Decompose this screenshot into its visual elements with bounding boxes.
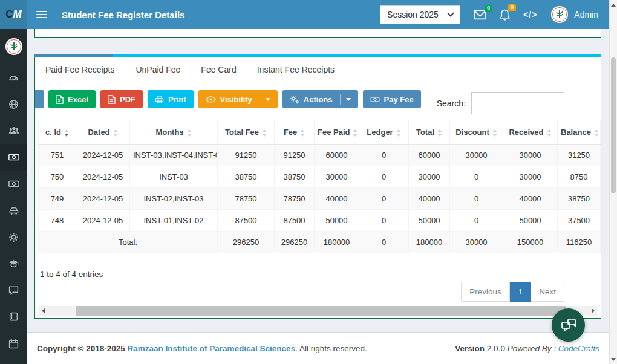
sidebar-toggle-icon[interactable]	[36, 11, 47, 18]
sidebar-item-library[interactable]	[0, 304, 27, 330]
tab-unpaid-fee[interactable]: UnPaid Fee	[125, 57, 191, 82]
sidebar-item-institute-logo[interactable]	[0, 29, 27, 64]
search-label: Search:	[437, 99, 466, 108]
pdf-button[interactable]: PDF	[100, 90, 143, 108]
tab-fee-card[interactable]: Fee Card	[191, 57, 246, 82]
sort-arrows-icon	[594, 129, 599, 137]
code-icon[interactable]: </>	[523, 10, 537, 19]
table-cell: 38750	[558, 188, 601, 210]
horizontal-scrollbar-thumb[interactable]	[76, 306, 566, 316]
table-cell: 60000	[315, 145, 359, 166]
graduation-cap-icon	[8, 259, 19, 268]
sort-arrows-icon	[262, 129, 267, 137]
scroll-right-arrow[interactable]	[589, 306, 597, 316]
sidebar-item-settings[interactable]	[0, 224, 27, 250]
fee-receipts-panel: Paid Fee ReceiptsUnPaid FeeFee CardInsta…	[34, 54, 601, 319]
column-header-ledger[interactable]: Ledger	[359, 120, 409, 145]
sidebar-item-academics[interactable]	[0, 250, 27, 277]
sidebar-item-messages[interactable]	[0, 277, 27, 304]
sidebar-item-users[interactable]	[0, 117, 27, 144]
column-header-balance[interactable]: Balance	[558, 120, 601, 145]
session-select[interactable]: Session 2025	[380, 5, 460, 24]
column-header-months[interactable]: Months	[130, 120, 218, 145]
column-header-c-id[interactable]: c. Id	[39, 120, 76, 145]
session-select-value: Session 2025	[387, 10, 439, 19]
powered-by-link[interactable]: CodeCrafts	[558, 344, 599, 353]
table-cell: 30000	[503, 145, 558, 166]
table-cell: 0	[359, 166, 409, 188]
institute-link[interactable]: Ramzaan Institute of Paramedical Science…	[128, 344, 296, 353]
sidebar-item-fee-ledger[interactable]	[0, 171, 27, 197]
next-page-button[interactable]: Next	[531, 282, 564, 302]
sidebar-item-dashboard[interactable]	[0, 64, 27, 91]
actions-button[interactable]: Actions	[282, 90, 358, 108]
table-cell: INST-03	[130, 166, 218, 188]
table-row[interactable]: 7502024-12-05INST-0338750387503000003000…	[39, 166, 601, 188]
copy-button-clipped[interactable]	[35, 90, 44, 108]
table-cell: 748	[39, 210, 76, 232]
page-title: Student Fee Register Details	[62, 10, 184, 20]
user-menu[interactable]: Admin	[550, 5, 598, 24]
column-header-fee[interactable]: Fee	[275, 120, 315, 145]
sidebar-item-fee-collection[interactable]	[0, 144, 27, 171]
table-cell: 91250	[218, 145, 275, 166]
calendar-icon	[8, 339, 19, 349]
excel-button[interactable]: Excel	[48, 90, 96, 108]
table-cell: 78750	[275, 188, 315, 210]
fee-table: c. IdDatedMonthsTotal FeeFeeFee PaidLedg…	[38, 120, 601, 253]
table-row[interactable]: 7492024-12-05INST-02,INST-03787507875040…	[39, 188, 601, 210]
column-header-received[interactable]: Received	[503, 120, 558, 145]
table-cell: 87500	[275, 210, 315, 232]
visibility-button[interactable]: Visibility	[198, 90, 278, 108]
column-header-total-fee[interactable]: Total Fee	[218, 120, 275, 145]
app-logo[interactable]: CM	[0, 0, 27, 29]
institute-logo-icon	[5, 37, 23, 56]
visibility-caret[interactable]	[260, 94, 270, 105]
sort-arrows-icon	[113, 129, 118, 137]
table-cell: 40000	[409, 188, 450, 210]
sidebar-item-calendar[interactable]	[0, 330, 27, 357]
sidebar-item-transport[interactable]	[0, 197, 27, 224]
messages-badge: 0	[485, 5, 492, 12]
scrolled-box-bottom-edge	[34, 29, 601, 38]
scroll-left-arrow[interactable]	[39, 306, 47, 316]
total-cell: 30000	[450, 232, 503, 253]
money-icon	[8, 152, 19, 162]
actions-caret[interactable]	[340, 94, 351, 105]
notifications-button[interactable]: 0	[500, 9, 510, 21]
sort-arrows-icon	[187, 129, 192, 137]
scroll-up-arrow[interactable]	[610, 1, 617, 9]
table-cell: 0	[359, 145, 409, 166]
page-1-button[interactable]: 1	[510, 282, 532, 302]
money-icon	[370, 96, 380, 103]
active-tab-accent	[34, 54, 113, 57]
scroll-down-arrow[interactable]	[610, 355, 617, 363]
column-header-total[interactable]: Total	[409, 120, 450, 145]
tab-instant-fee-receipts[interactable]: Instant Fee Receipts	[247, 57, 345, 82]
avatar	[550, 5, 569, 24]
sidebar-item-globe[interactable]	[0, 91, 27, 117]
print-button[interactable]: Print	[148, 90, 194, 108]
column-header-fee-paid[interactable]: Fee Paid	[315, 120, 359, 145]
column-header-dated[interactable]: Dated	[76, 120, 130, 145]
search-input[interactable]	[471, 92, 564, 114]
caret-down-icon	[346, 98, 351, 101]
column-header-discount[interactable]: Discount	[450, 120, 503, 145]
table-cell: 0	[359, 188, 409, 210]
table-cell: 0	[450, 188, 503, 210]
table-cell: 50000	[409, 210, 450, 232]
table-cell: INST-03,INST-04,INST-05	[130, 145, 218, 166]
tab-paid-fee-receipts[interactable]: Paid Fee Receipts	[35, 57, 125, 82]
pay-fee-button[interactable]: Pay Fee	[363, 90, 421, 108]
chat-fab-button[interactable]	[552, 308, 585, 342]
table-cell: 2024-12-05	[76, 210, 130, 232]
previous-page-button[interactable]: Previous	[461, 282, 510, 302]
table-row[interactable]: 7482024-12-05INST-01,INST-02875008750050…	[39, 210, 601, 232]
vertical-scrollbar[interactable]	[609, 0, 617, 364]
messages-button[interactable]: 0	[474, 10, 486, 20]
dashboard-icon	[8, 73, 19, 83]
table-cell: 2024-12-05	[76, 188, 130, 210]
vertical-scrollbar-thumb[interactable]	[611, 57, 616, 193]
horizontal-scrollbar[interactable]	[39, 306, 597, 316]
table-row[interactable]: 7512024-12-05INST-03,INST-04,INST-059125…	[39, 145, 601, 166]
